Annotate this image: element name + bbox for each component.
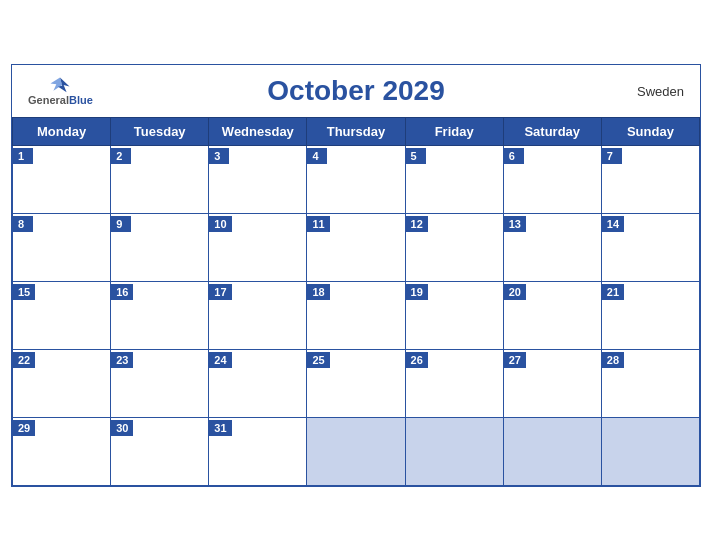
calendar-day-cell: 12: [405, 213, 503, 281]
day-number: 9: [111, 216, 131, 232]
calendar-day-cell: 22: [13, 349, 111, 417]
day-number: 24: [209, 352, 231, 368]
calendar-week-row: 22232425262728: [13, 349, 700, 417]
calendar-day-cell: 27: [503, 349, 601, 417]
day-number: 30: [111, 420, 133, 436]
day-number: 1: [13, 148, 33, 164]
col-thursday: Thursday: [307, 117, 405, 145]
day-number: 27: [504, 352, 526, 368]
day-number: 18: [307, 284, 329, 300]
calendar-day-cell: 30: [111, 417, 209, 485]
col-sunday: Sunday: [601, 117, 699, 145]
calendar-day-cell: 29: [13, 417, 111, 485]
col-wednesday: Wednesday: [209, 117, 307, 145]
calendar-week-row: 293031: [13, 417, 700, 485]
calendar-day-cell: [503, 417, 601, 485]
svg-marker-1: [51, 77, 63, 90]
calendar-day-cell: 3: [209, 145, 307, 213]
calendar-day-cell: 2: [111, 145, 209, 213]
day-number: 10: [209, 216, 231, 232]
calendar-day-cell: 19: [405, 281, 503, 349]
calendar-day-cell: 1: [13, 145, 111, 213]
col-saturday: Saturday: [503, 117, 601, 145]
day-number: 2: [111, 148, 131, 164]
calendar-day-cell: 7: [601, 145, 699, 213]
day-number: 6: [504, 148, 524, 164]
day-number: 26: [406, 352, 428, 368]
calendar-container: General Blue October 2029 Sweden Monday …: [11, 64, 701, 487]
day-number: 5: [406, 148, 426, 164]
logo-area: General Blue: [28, 75, 93, 105]
logo-blue-text: Blue: [69, 93, 93, 105]
day-number: 11: [307, 216, 329, 232]
day-number: 31: [209, 420, 231, 436]
day-number: 13: [504, 216, 526, 232]
day-number: 14: [602, 216, 624, 232]
calendar-day-cell: 4: [307, 145, 405, 213]
calendar-week-row: 891011121314: [13, 213, 700, 281]
calendar-day-cell: [307, 417, 405, 485]
calendar-day-cell: 14: [601, 213, 699, 281]
day-number: 28: [602, 352, 624, 368]
day-number: 4: [307, 148, 327, 164]
day-number: 16: [111, 284, 133, 300]
day-number: 22: [13, 352, 35, 368]
calendar-day-cell: 11: [307, 213, 405, 281]
calendar-day-cell: 9: [111, 213, 209, 281]
calendar-day-cell: 21: [601, 281, 699, 349]
calendar-week-row: 15161718192021: [13, 281, 700, 349]
day-number: 12: [406, 216, 428, 232]
calendar-day-cell: 15: [13, 281, 111, 349]
calendar-day-cell: 18: [307, 281, 405, 349]
calendar-day-cell: 10: [209, 213, 307, 281]
logo-general-text: General: [28, 93, 69, 105]
col-friday: Friday: [405, 117, 503, 145]
calendar-day-cell: 31: [209, 417, 307, 485]
calendar-week-row: 1234567: [13, 145, 700, 213]
calendar-day-cell: 24: [209, 349, 307, 417]
calendar-table: Monday Tuesday Wednesday Thursday Friday…: [12, 117, 700, 486]
day-number: 15: [13, 284, 35, 300]
calendar-day-cell: 17: [209, 281, 307, 349]
logo-bird-icon: [49, 75, 71, 93]
calendar-title: October 2029: [267, 75, 444, 107]
calendar-day-cell: [405, 417, 503, 485]
col-monday: Monday: [13, 117, 111, 145]
calendar-day-cell: 23: [111, 349, 209, 417]
calendar-day-cell: 16: [111, 281, 209, 349]
calendar-day-cell: 25: [307, 349, 405, 417]
day-number: 3: [209, 148, 229, 164]
day-number: 20: [504, 284, 526, 300]
calendar-day-cell: 8: [13, 213, 111, 281]
day-number: 25: [307, 352, 329, 368]
calendar-day-cell: 20: [503, 281, 601, 349]
calendar-day-cell: 28: [601, 349, 699, 417]
day-number: 17: [209, 284, 231, 300]
calendar-day-cell: [601, 417, 699, 485]
col-tuesday: Tuesday: [111, 117, 209, 145]
day-number: 29: [13, 420, 35, 436]
day-number: 8: [13, 216, 33, 232]
day-number: 19: [406, 284, 428, 300]
weekday-header-row: Monday Tuesday Wednesday Thursday Friday…: [13, 117, 700, 145]
calendar-day-cell: 5: [405, 145, 503, 213]
day-number: 21: [602, 284, 624, 300]
day-number: 23: [111, 352, 133, 368]
day-number: 7: [602, 148, 622, 164]
calendar-day-cell: 13: [503, 213, 601, 281]
country-label: Sweden: [637, 83, 684, 98]
calendar-day-cell: 6: [503, 145, 601, 213]
calendar-header: General Blue October 2029 Sweden: [12, 65, 700, 117]
calendar-day-cell: 26: [405, 349, 503, 417]
